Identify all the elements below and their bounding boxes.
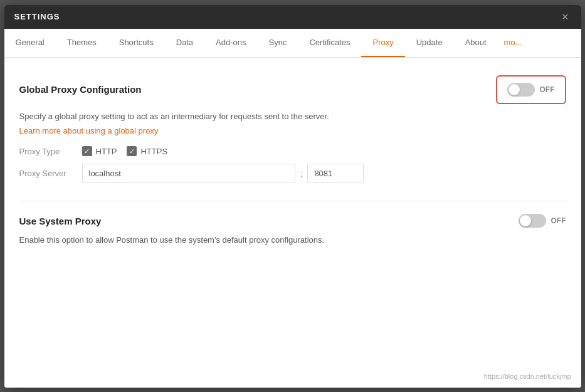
section-divider (19, 201, 566, 201)
global-proxy-link[interactable]: Learn more about using a global proxy (19, 126, 159, 135)
global-proxy-toggle-label: OFF (540, 85, 555, 94)
http-checkbox-item[interactable]: ✓ HTTP (82, 146, 117, 156)
system-proxy-toggle-label: OFF (551, 216, 566, 225)
tab-proxy[interactable]: Proxy (361, 29, 404, 58)
tab-about[interactable]: About (454, 29, 498, 58)
global-proxy-title: Global Proxy Configuration (19, 84, 142, 95)
https-checkbox[interactable]: ✓ (127, 146, 137, 156)
system-proxy-toggle[interactable] (519, 214, 546, 228)
system-proxy-header: Use System Proxy OFF (19, 214, 566, 228)
global-proxy-header: Global Proxy Configuration OFF (19, 75, 566, 104)
http-label: HTTP (96, 147, 117, 156)
tab-update[interactable]: Update (405, 29, 454, 58)
https-label: HTTPS (140, 147, 167, 156)
https-checkmark: ✓ (129, 148, 135, 155)
proxy-inputs: : (82, 164, 566, 183)
content-area: Global Proxy Configuration OFF Specify a… (4, 58, 581, 388)
system-proxy-toggle-wrapper: OFF (519, 214, 566, 228)
proxy-fields: Proxy Type ✓ HTTP ✓ (19, 146, 566, 183)
tab-general[interactable]: General (4, 29, 56, 58)
global-proxy-description: Specify a global proxy setting to act as… (19, 110, 566, 123)
http-checkbox[interactable]: ✓ (82, 146, 92, 156)
system-proxy-description: Enable this option to allow Postman to u… (19, 234, 566, 246)
tab-sync[interactable]: Sync (258, 29, 298, 58)
proxy-server-label: Proxy Server (19, 169, 82, 178)
proxy-type-label: Proxy Type (19, 147, 82, 156)
system-proxy-section: Use System Proxy OFF Enable this option … (19, 214, 566, 246)
tabs-bar: General Themes Shortcuts Data Add-ons Sy… (4, 29, 581, 58)
global-proxy-section: Global Proxy Configuration OFF Specify a… (19, 75, 566, 184)
tab-certificates[interactable]: Certificates (298, 29, 361, 58)
tab-more[interactable]: mo... (498, 29, 529, 57)
proxy-server-row: Proxy Server : (19, 164, 566, 183)
titlebar: SETTINGS × (4, 5, 581, 29)
https-checkbox-item[interactable]: ✓ HTTPS (127, 146, 167, 156)
proxy-port-input[interactable] (307, 164, 364, 183)
close-button[interactable]: × (559, 11, 571, 23)
proxy-type-row: Proxy Type ✓ HTTP ✓ (19, 146, 566, 156)
global-proxy-toggle[interactable] (507, 83, 535, 97)
tab-themes[interactable]: Themes (56, 29, 108, 58)
proxy-type-checkboxes: ✓ HTTP ✓ HTTPS (82, 146, 168, 156)
global-proxy-toggle-wrapper: OFF (496, 75, 566, 104)
watermark: https://blog.csdn.net/luckjmp (484, 373, 571, 380)
colon-separator: : (300, 169, 303, 179)
proxy-host-input[interactable] (82, 164, 295, 183)
system-proxy-title: Use System Proxy (19, 216, 102, 226)
window-title: SETTINGS (14, 12, 60, 21)
http-checkmark: ✓ (84, 148, 90, 155)
tab-addons[interactable]: Add-ons (204, 29, 257, 58)
tab-shortcuts[interactable]: Shortcuts (108, 29, 165, 58)
tab-data[interactable]: Data (165, 29, 204, 58)
settings-window: SETTINGS × General Themes Shortcuts Data… (4, 5, 581, 388)
